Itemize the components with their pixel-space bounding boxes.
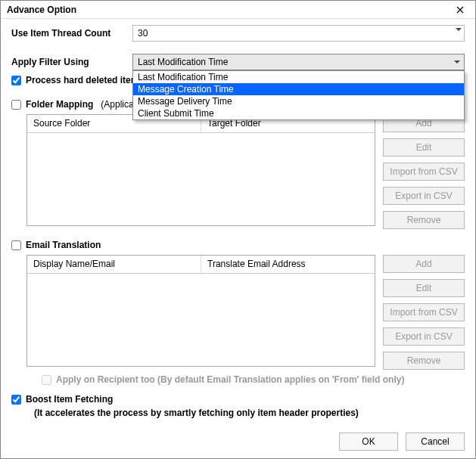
chevron-down-icon[interactable] [456, 28, 462, 31]
chevron-down-icon [454, 60, 460, 64]
fm-export-csv-button[interactable]: Export in CSV [383, 187, 465, 205]
fm-remove-button[interactable]: Remove [383, 211, 465, 229]
thread-count-input[interactable] [132, 25, 465, 42]
column-header: Translate Email Address [201, 256, 375, 273]
apply-filter-selected: Last Modification Time [138, 57, 228, 67]
advance-option-dialog: Advance Option Use Item Thread Count App… [0, 0, 476, 459]
close-button[interactable] [448, 2, 472, 17]
apply-filter-combo[interactable]: Last Modification Time Last Modification… [132, 54, 465, 70]
cancel-button[interactable]: Cancel [406, 433, 465, 451]
process-hard-deleted-label: Process hard deleted items [26, 75, 144, 85]
combo-dropdown-button[interactable] [450, 54, 464, 70]
et-remove-button[interactable]: Remove [383, 352, 465, 370]
email-translation-table[interactable]: Display Name/Email Translate Email Addre… [26, 255, 375, 367]
apply-recipient-checkbox [42, 375, 51, 385]
email-translation-checkbox[interactable] [11, 240, 21, 250]
filter-option[interactable]: Client Submit Time [133, 107, 464, 119]
apply-filter-dropdown: Last Modification Time Message Creation … [132, 70, 465, 120]
column-header: Display Name/Email [27, 256, 201, 273]
et-edit-button[interactable]: Edit [383, 279, 465, 297]
boost-item-fetching-checkbox[interactable] [11, 395, 21, 405]
et-add-button[interactable]: Add [383, 255, 465, 273]
folder-mapping-table[interactable]: Source Folder Target Folder [26, 114, 375, 226]
et-export-csv-button[interactable]: Export in CSV [383, 327, 465, 346]
process-hard-deleted-checkbox[interactable] [11, 76, 21, 85]
close-icon [456, 6, 464, 14]
fm-import-csv-button[interactable]: Import from CSV [383, 163, 465, 181]
titlebar: Advance Option [1, 1, 475, 19]
fm-edit-button[interactable]: Edit [383, 138, 465, 157]
thread-count-label: Use Item Thread Count [11, 28, 132, 39]
email-translation-label: Email Translation [26, 240, 101, 250]
boost-note: (It accelerates the process by smartly f… [34, 408, 465, 418]
apply-filter-label: Apply Filter Using [11, 57, 132, 67]
filter-option[interactable]: Message Delivery Time [133, 95, 464, 107]
filter-option[interactable]: Message Creation Time [133, 83, 464, 95]
et-import-csv-button[interactable]: Import from CSV [383, 303, 465, 321]
folder-mapping-label: Folder Mapping [26, 99, 93, 110]
filter-option[interactable]: Last Modification Time [133, 71, 464, 83]
window-title: Advance Option [7, 5, 76, 15]
table-header: Display Name/Email Translate Email Addre… [27, 256, 375, 274]
ok-button[interactable]: OK [339, 433, 398, 451]
folder-mapping-checkbox[interactable] [11, 100, 21, 110]
boost-item-fetching-label: Boost Item Fetching [26, 394, 113, 405]
apply-recipient-label: Apply on Recipient too (By default Email… [56, 374, 404, 385]
